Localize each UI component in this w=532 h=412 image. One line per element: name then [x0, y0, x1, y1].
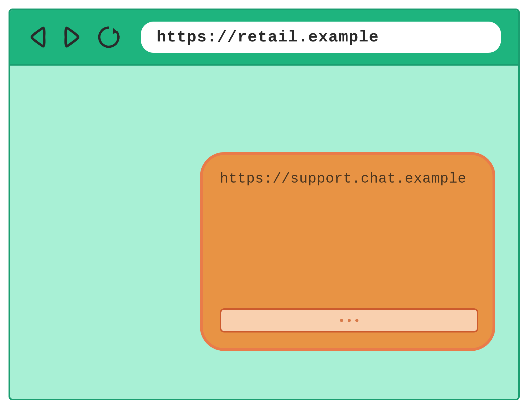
back-icon: [27, 25, 49, 49]
back-button[interactable]: [27, 25, 49, 49]
chat-widget-body: [220, 187, 478, 308]
reload-icon: [95, 24, 121, 50]
browser-viewport: https://support.chat.example: [10, 66, 518, 399]
reload-button[interactable]: [95, 24, 121, 50]
address-bar[interactable]: https://retail.example: [141, 22, 501, 53]
chat-input[interactable]: [220, 308, 478, 332]
address-url: https://retail.example: [157, 28, 379, 46]
forward-button[interactable]: [61, 25, 83, 49]
browser-window: https://retail.example https://support.c…: [9, 9, 520, 400]
forward-icon: [61, 25, 83, 49]
browser-toolbar: https://retail.example: [10, 10, 518, 66]
chat-widget: https://support.chat.example: [200, 152, 495, 351]
chat-widget-url: https://support.chat.example: [220, 171, 478, 187]
typing-indicator-icon: [340, 319, 358, 322]
